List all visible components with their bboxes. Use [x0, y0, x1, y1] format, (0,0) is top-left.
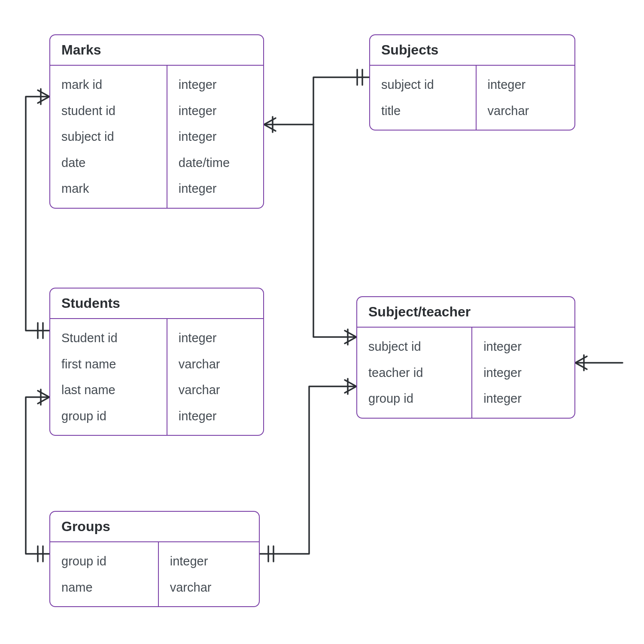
svg-line-21 [345, 386, 356, 393]
field-type: integer [477, 72, 574, 98]
field-type: integer [167, 98, 263, 124]
svg-line-6 [264, 125, 276, 131]
field-type: varchar [159, 574, 259, 601]
svg-line-1 [38, 97, 49, 103]
entity-title: Marks [50, 35, 263, 66]
entity-title: Groups [50, 512, 259, 542]
entity-subjects: Subjects subject id title integer varcha… [369, 34, 575, 131]
field-name: group id [50, 548, 158, 574]
field-name: first name [50, 351, 167, 377]
field-name: title [370, 98, 476, 124]
field-type: varchar [167, 377, 263, 403]
svg-line-20 [345, 380, 356, 386]
field-name: student id [50, 98, 167, 124]
field-type: integer [167, 403, 263, 429]
field-type: integer [167, 325, 263, 351]
svg-line-5 [264, 118, 276, 125]
entity-title: Students [50, 289, 263, 319]
entity-title: Subject/teacher [357, 297, 574, 328]
entity-title: Subjects [370, 35, 574, 66]
field-type: integer [159, 548, 259, 574]
entity-subject-teacher: Subject/teacher subject id teacher id gr… [356, 296, 575, 419]
field-name: last name [50, 377, 167, 403]
field-name: subject id [357, 334, 471, 360]
entity-marks: Marks mark id student id subject id date… [49, 34, 264, 209]
field-name: mark id [50, 72, 167, 98]
svg-line-0 [38, 90, 49, 97]
svg-line-14 [38, 397, 49, 404]
svg-line-23 [575, 356, 587, 363]
svg-line-13 [38, 391, 49, 397]
field-type: integer [472, 386, 574, 412]
svg-line-11 [345, 337, 356, 343]
field-type: varchar [477, 98, 574, 124]
field-type: integer [167, 176, 263, 202]
entity-students: Students Student id first name last name… [49, 288, 264, 436]
svg-line-24 [575, 363, 587, 369]
field-name: group id [357, 386, 471, 412]
field-name: subject id [370, 72, 476, 98]
field-type: integer [167, 72, 263, 98]
field-name: Student id [50, 325, 167, 351]
svg-line-10 [345, 331, 356, 337]
field-type: varchar [167, 351, 263, 377]
field-type: integer [472, 360, 574, 386]
field-name: name [50, 574, 158, 601]
field-type: integer [472, 334, 574, 360]
entity-groups: Groups group id name integer varchar [49, 511, 260, 607]
field-type: date/time [167, 150, 263, 176]
field-type: integer [167, 124, 263, 150]
field-name: mark [50, 176, 167, 202]
field-name: group id [50, 403, 167, 429]
field-name: subject id [50, 124, 167, 150]
field-name: date [50, 150, 167, 176]
field-name: teacher id [357, 360, 471, 386]
